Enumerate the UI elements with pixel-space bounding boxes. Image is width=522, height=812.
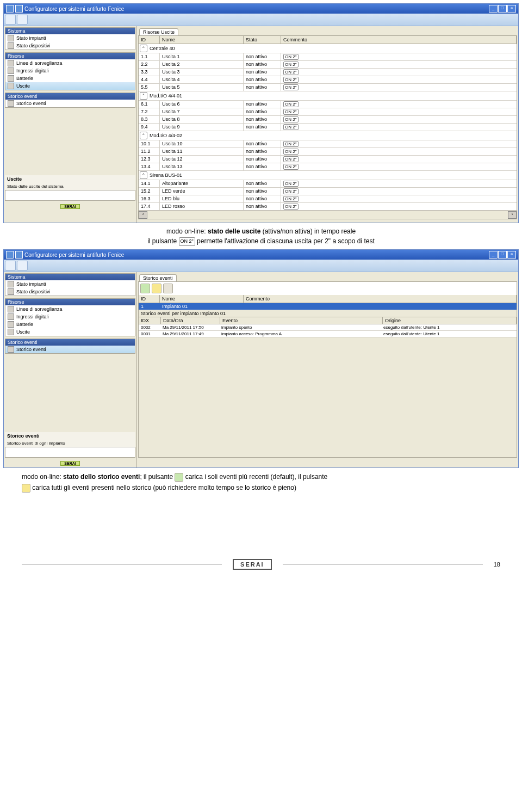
- storico-header: ID Nome Commento: [139, 295, 517, 303]
- sidebar-item[interactable]: Ingressi digitali: [5, 67, 135, 75]
- uscite-table-body: ^Centrale 401.1Uscita 1non attivoON 2"2.…: [139, 44, 517, 211]
- app-icon-2: [15, 5, 23, 13]
- uscita-row[interactable]: 8.3Uscita 8non attivoON 2": [139, 116, 517, 124]
- group-row[interactable]: ^Mod.I/O 4/4-02: [139, 131, 517, 140]
- sidebar-item-storico[interactable]: Storico eventi: [5, 346, 135, 353]
- on-button[interactable]: ON 2": [283, 181, 299, 187]
- close-button[interactable]: ×: [507, 5, 516, 13]
- group-header: Storico eventi: [5, 93, 135, 100]
- toolbar-btn-1[interactable]: [5, 15, 16, 24]
- sidebar-item[interactable]: Stato dispositivi: [5, 42, 135, 50]
- toolbar-btn-2[interactable]: [17, 15, 28, 24]
- uscita-row[interactable]: 11.2Uscita 11non attivoON 2": [139, 148, 517, 156]
- group-row[interactable]: ^Mod.I/O 4/4-01: [139, 91, 517, 101]
- on-button[interactable]: ON 2": [283, 69, 299, 75]
- on-button[interactable]: ON 2": [283, 101, 299, 107]
- on-button[interactable]: ON 2": [283, 77, 299, 83]
- caption-bold: stato delle uscite: [208, 227, 260, 235]
- on-button[interactable]: ON 2": [283, 84, 299, 90]
- sidebar-item-uscite[interactable]: Uscite: [5, 82, 135, 90]
- uscita-row[interactable]: 16.3LED blunon attivoON 2": [139, 195, 517, 203]
- page-number: 18: [494, 561, 500, 568]
- on-button[interactable]: ON 2": [283, 188, 299, 194]
- tab-storico-eventi[interactable]: Storico eventi: [139, 274, 177, 281]
- list-icon: [8, 100, 14, 107]
- minimize-button[interactable]: _: [489, 251, 498, 259]
- on-button[interactable]: ON 2": [283, 164, 299, 170]
- on-button[interactable]: ON 2": [283, 61, 299, 67]
- cell-nome: Uscita 9: [159, 124, 243, 131]
- maximize-button[interactable]: □: [498, 251, 507, 259]
- sidebar-item-label: Linee di sorveglianza: [16, 60, 63, 66]
- cell-idx: 0002: [139, 324, 160, 330]
- uscita-row[interactable]: 6.1Uscita 6non attivoON 2": [139, 101, 517, 108]
- group-header: Risorse: [5, 53, 135, 59]
- load-all-button[interactable]: [152, 284, 161, 293]
- uscita-row[interactable]: 14.1Altoparlantenon attivoON 2": [139, 180, 517, 188]
- event-row[interactable]: 0001Ma 29/11/2011 17:49impianto acceso: …: [139, 331, 517, 337]
- uscita-row[interactable]: 12.3Uscita 12non attivoON 2": [139, 156, 517, 163]
- sidebar-item[interactable]: Uscite: [5, 328, 135, 336]
- sidebar-item[interactable]: Ingressi digitali: [5, 313, 135, 321]
- cell-nome: Uscita 13: [159, 163, 243, 170]
- on-button[interactable]: ON 2": [283, 156, 299, 162]
- cell-action: ON 2": [281, 195, 301, 202]
- scroll-track[interactable]: [147, 211, 508, 219]
- on-button[interactable]: ON 2": [283, 141, 299, 147]
- h-scrollbar[interactable]: ‹ ›: [139, 211, 517, 219]
- sidebar-item[interactable]: Stato dispositivi: [5, 288, 135, 296]
- uscita-row[interactable]: 3.3Uscita 3non attivoON 2": [139, 69, 517, 76]
- uscita-row[interactable]: 10.1Uscita 10non attivoON 2": [139, 140, 517, 148]
- on-button[interactable]: ON 2": [283, 124, 299, 130]
- sidebar-item-label: Stato impianti: [16, 281, 46, 287]
- on-button[interactable]: ON 2": [283, 149, 299, 155]
- cell-nome: Uscita 1: [159, 53, 243, 60]
- toolbar-btn[interactable]: [163, 284, 173, 293]
- col-commento: Commento: [281, 36, 517, 44]
- scroll-left[interactable]: ‹: [139, 211, 147, 219]
- on-button[interactable]: ON 2": [283, 196, 299, 202]
- sidebar: Sistema Stato impianti Stato dispositivi…: [4, 26, 136, 223]
- on-button[interactable]: ON 2": [283, 109, 299, 115]
- sidebar-group-risorse: Risorse Linee di sorveglianza Ingressi d…: [5, 298, 135, 336]
- cell-id: 7.2: [139, 108, 159, 115]
- cell-idx: 0001: [139, 331, 160, 337]
- uscita-row[interactable]: 4.4Uscita 4non attivoON 2": [139, 76, 517, 84]
- sidebar-item[interactable]: Linee di sorveglianza: [5, 59, 135, 67]
- cell-nome: Uscita 6: [159, 101, 243, 108]
- impianto-row[interactable]: 1 Impianto 01: [139, 303, 517, 310]
- toolbar-btn-2[interactable]: [17, 261, 28, 270]
- uscita-row[interactable]: 17.4LED rossonon attivoON 2": [139, 203, 517, 211]
- sidebar-item[interactable]: Batterie: [5, 75, 135, 82]
- scroll-right[interactable]: ›: [508, 211, 517, 219]
- uscita-row[interactable]: 9.4Uscita 9non attivoON 2": [139, 124, 517, 131]
- sidebar-item[interactable]: Stato impianti: [5, 280, 135, 288]
- uscita-row[interactable]: 2.2Uscita 2non attivoON 2": [139, 61, 517, 69]
- load-recent-button[interactable]: [140, 284, 150, 293]
- sidebar-item[interactable]: Batterie: [5, 321, 135, 328]
- group-row[interactable]: ^Centrale 40: [139, 44, 517, 53]
- chevron-up-icon: ^: [140, 92, 147, 100]
- minimize-button[interactable]: _: [489, 5, 498, 13]
- sidebar-item[interactable]: Storico eventi: [5, 100, 135, 107]
- toolbar-btn-1[interactable]: [5, 261, 16, 270]
- sidebar-group-risorse: Risorse Linee di sorveglianza Ingressi d…: [5, 52, 135, 90]
- tab-risorse-uscite[interactable]: Risorse Uscite: [139, 28, 178, 35]
- on-button[interactable]: ON 2": [283, 204, 299, 210]
- uscita-row[interactable]: 1.1Uscita 1non attivoON 2": [139, 53, 517, 61]
- sidebar-item[interactable]: Linee di sorveglianza: [5, 305, 135, 313]
- group-row[interactable]: ^Sirena BUS-01: [139, 171, 517, 180]
- close-button[interactable]: ×: [507, 251, 516, 259]
- on-button[interactable]: ON 2": [283, 54, 299, 60]
- event-row[interactable]: 0002Ma 29/11/2011 17:50impianto spentoes…: [139, 324, 517, 331]
- cell-action: ON 2": [281, 156, 301, 163]
- uscita-row[interactable]: 7.2Uscita 7non attivoON 2": [139, 108, 517, 116]
- on-button[interactable]: ON 2": [283, 116, 299, 122]
- maximize-button[interactable]: □: [498, 5, 507, 13]
- uscita-row[interactable]: 15.2LED verdenon attivoON 2": [139, 188, 517, 195]
- events-header: IDX Data/Ora Evento Origine: [139, 317, 517, 324]
- sidebar-item[interactable]: Stato impianti: [5, 34, 135, 42]
- uscita-row[interactable]: 5.5Uscita 5non attivoON 2": [139, 84, 517, 91]
- uscita-row[interactable]: 13.4Uscita 13non attivoON 2": [139, 163, 517, 171]
- cell-nome: Uscita 3: [159, 69, 243, 76]
